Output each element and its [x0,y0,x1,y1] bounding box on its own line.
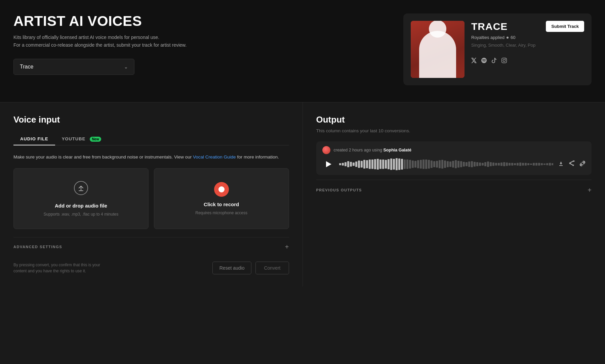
previous-outputs-expand-icon[interactable]: + [588,187,592,193]
waveform-bar [509,163,511,166]
waveform-bar [447,161,449,167]
upload-zone-subtitle: Supports .wav, .mp3, .flac up to 4 minut… [44,212,119,217]
download-icon[interactable] [558,161,564,168]
avatar [322,146,330,154]
waveform-bar [546,163,548,165]
waveform-bar [468,162,470,167]
reset-audio-button[interactable]: Reset audio [212,262,252,274]
waveform-bar [369,160,371,169]
waveform-bar [374,159,376,169]
waveform-bar [487,162,489,167]
upload-zone-title: Add or drop audio file [55,203,107,209]
artist-image [411,21,465,78]
waveform-bar [390,158,392,170]
waveform-bar [535,163,537,166]
waveform-bar [452,161,454,168]
waveform-bar [511,163,513,165]
upload-zones: Add or drop audio file Supports .wav, .m… [13,168,289,229]
tiktok-icon[interactable] [491,58,497,64]
submit-track-button[interactable]: Submit Track [546,21,584,32]
waveform-bar [431,161,433,168]
share-icon[interactable] [569,161,575,168]
waveform-bar [342,163,344,166]
voice-input-title: Voice input [13,115,289,125]
waveform-bar [422,160,425,169]
previous-outputs: PREVIOUS OUTPUTS + [316,180,592,193]
new-badge: New [90,137,102,142]
waveform-bar [522,163,524,166]
waveform-bar [412,161,414,168]
waveform-bar [538,163,540,165]
plus-icon: + [285,243,289,250]
waveform-bar [543,164,546,165]
waveform-bar [527,163,529,165]
waveform-player [322,158,586,170]
vocal-creation-guide-link[interactable]: Vocal Creation Guide [193,154,236,160]
artist-select-label: Trace [20,64,33,70]
waveform[interactable] [339,158,554,170]
waveform-bar [444,161,446,168]
hero-title: ARTIST AI VOICES [13,13,249,29]
bottom-bar: By pressing convert, you confirm that th… [13,256,289,274]
hero-section: ARTIST AI VOICES Kits library of officia… [0,0,605,102]
spotify-icon[interactable] [481,58,487,64]
record-icon [214,182,229,197]
hero-left: ARTIST AI VOICES Kits library of officia… [13,13,249,75]
waveform-bar [490,162,492,167]
tab-audio-file[interactable]: AUDIO FILE [13,133,55,145]
link-icon[interactable] [579,161,586,168]
waveform-bar [388,159,390,169]
waveform-bar [476,162,478,167]
record-zone-subtitle: Requires microphone access [195,211,247,215]
artist-tags: Singing, Smooth, Clear, Airy, Pop [471,43,584,48]
waveform-bar [433,161,435,167]
waveform-bar [420,160,422,168]
waveform-bar [474,162,476,167]
advanced-settings-toggle[interactable]: ADVANCED SETTINGS + [13,237,289,256]
waveform-bar [363,160,365,168]
tab-youtube[interactable]: YOUTUBE New [55,133,108,145]
waveform-bar [428,160,430,168]
play-button[interactable] [322,158,334,170]
bottom-bar-actions: Reset audio Convert [212,262,289,274]
waveform-bar [371,160,373,169]
advanced-settings-label: ADVANCED SETTINGS [13,245,62,249]
upload-file-zone[interactable]: Add or drop audio file Supports .wav, .m… [13,168,149,229]
waveform-bar [455,160,457,168]
waveform-bar [449,162,451,167]
waveform-bar [414,161,416,168]
waveform-bar [541,163,543,165]
waveform-bar [401,159,403,170]
output-panel: Output This column contains your last 10… [303,102,605,286]
waveform-bar [361,161,363,168]
record-zone[interactable]: Click to record Requires microphone acce… [154,168,289,229]
waveform-bar [457,161,459,168]
waveform-bar [417,160,419,168]
waveform-bar [498,163,500,165]
waveform-actions [558,161,586,168]
waveform-bar [466,162,468,167]
artist-select-dropdown[interactable]: Trace ⌄ [13,59,134,75]
waveform-bar [409,160,411,168]
waveform-bar [396,158,398,170]
royalties-dot [507,37,509,39]
instagram-icon[interactable] [501,58,507,64]
waveform-bar [479,163,481,166]
waveform-bar [385,160,387,168]
waveform-bar [549,163,551,165]
artist-figure [411,21,465,78]
audio-guide-text: Make sure your audio is clear and free f… [13,153,289,161]
waveform-bar [441,160,443,168]
waveform-bar [506,163,508,166]
avatar-inner [322,146,330,154]
waveform-bar [339,163,341,165]
waveform-bar [379,160,381,169]
waveform-bar [492,163,494,166]
twitter-icon[interactable] [471,58,477,64]
waveform-bar [484,162,486,167]
convert-button[interactable]: Convert [255,262,289,274]
record-zone-title: Click to record [204,201,239,207]
waveform-bar [366,160,368,168]
waveform-bar [439,160,441,168]
waveform-bar [460,161,462,167]
